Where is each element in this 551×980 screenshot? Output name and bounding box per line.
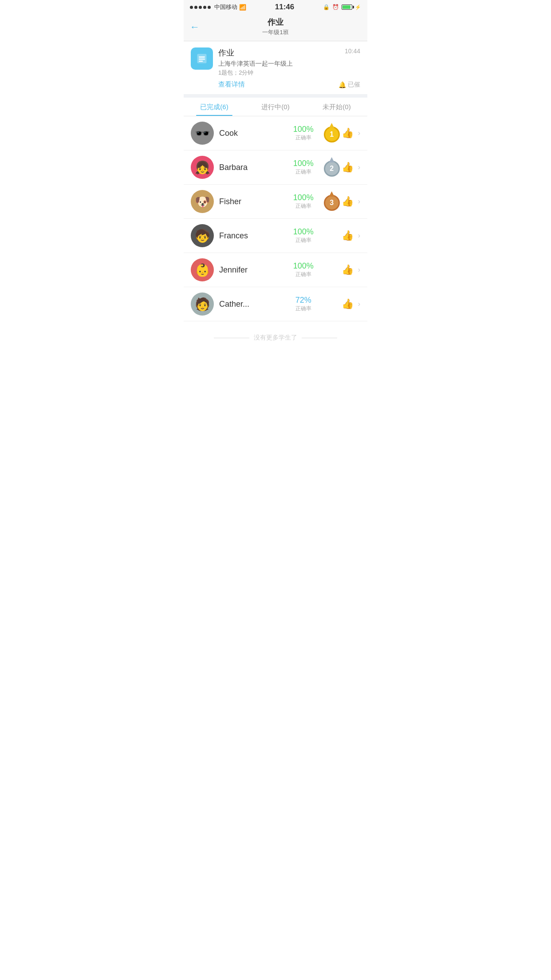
doc-icon <box>196 52 208 65</box>
student-score-jennifer: 100% 正确率 <box>292 261 315 278</box>
score-percent-cook: 100% <box>293 125 314 134</box>
end-line-right <box>302 338 337 338</box>
battery-icon <box>342 4 352 10</box>
thumbs-up-frances[interactable]: 👍 <box>342 230 354 241</box>
score-percent-cather: 72% <box>295 296 311 305</box>
view-details-link[interactable]: 查看详情 <box>218 80 245 89</box>
chevron-fisher: › <box>358 198 360 205</box>
score-percent-frances: 100% <box>293 227 314 237</box>
student-row-barbara[interactable]: 👧 Barbara 100% 正确率 2 👍 › <box>184 150 367 185</box>
back-button[interactable]: ← <box>190 21 200 33</box>
tab-not-started[interactable]: 未开始(0) <box>306 98 367 116</box>
tab-in-progress-label: 进行中(0) <box>261 103 289 111</box>
remind-done-label: 已催 <box>348 81 360 89</box>
student-row-fisher[interactable]: 🐶 Fisher 100% 正确率 3 👍 › <box>184 185 367 219</box>
score-percent-fisher: 100% <box>293 193 314 202</box>
thumbs-up-jennifer[interactable]: 👍 <box>342 264 354 276</box>
medal-fisher: 3 <box>322 191 342 212</box>
avatar-frances: 🧒 <box>191 224 214 247</box>
score-label-fisher: 正确率 <box>295 202 311 210</box>
thumbs-up-cook[interactable]: 👍 <box>342 127 354 139</box>
thumbs-up-cather[interactable]: 👍 <box>342 298 354 310</box>
alarm-icon: ⏰ <box>332 4 339 10</box>
medal-cook: 1 <box>322 123 342 143</box>
row-actions-barbara: 👍 › <box>342 162 360 173</box>
row-actions-jennifer: 👍 › <box>342 264 360 276</box>
tabs-container: 已完成(6) 进行中(0) 未开始(0) <box>184 98 367 116</box>
assignment-card: 作业 10:44 上海牛津英语一起一年级上 1题包；2分钟 查看详情 🔔 已催 <box>184 41 367 98</box>
student-name-jennifer: Jennifer <box>219 265 292 275</box>
tab-not-started-label: 未开始(0) <box>323 103 350 111</box>
thumbs-up-fisher[interactable]: 👍 <box>342 196 354 207</box>
student-name-frances: Frances <box>219 231 292 241</box>
chevron-barbara: › <box>358 163 360 171</box>
score-label-cook: 正确率 <box>295 134 311 142</box>
score-percent-barbara: 100% <box>293 159 314 168</box>
avatar-jennifer: 👶 <box>191 258 214 281</box>
assignment-icon <box>191 47 213 70</box>
end-text: 没有更多学生了 <box>254 334 297 342</box>
score-label-frances: 正确率 <box>295 237 311 244</box>
student-name-barbara: Barbara <box>219 163 292 172</box>
student-row-jennifer[interactable]: 👶 Jennifer 100% 正确率 👍 › <box>184 253 367 287</box>
signal-dots <box>190 6 211 9</box>
student-row-frances[interactable]: 🧒 Frances 100% 正确率 👍 › <box>184 219 367 253</box>
avatar-cook: 🕶️ <box>191 122 214 145</box>
student-list: 🕶️ Cook 100% 正确率 1 👍 › 👧 Barbara 100% 正确… <box>184 116 367 321</box>
score-label-cather: 正确率 <box>295 305 311 312</box>
row-actions-fisher: 👍 › <box>342 196 360 207</box>
assignment-title: 作业 <box>218 47 234 58</box>
page-title: 作业 <box>184 17 367 28</box>
status-bar: 中国移动 📶 11:46 🔒 ⏰ ⚡ <box>184 0 367 13</box>
end-line-left <box>214 338 249 338</box>
student-score-cather: 72% 正确率 <box>292 296 315 312</box>
chevron-jennifer: › <box>358 266 360 274</box>
remind-area: 🔔 已催 <box>338 81 360 89</box>
end-of-list: 没有更多学生了 <box>184 321 367 351</box>
assignment-title-row: 作业 10:44 <box>218 47 360 58</box>
lightning-icon: ⚡ <box>355 4 361 10</box>
score-percent-jennifer: 100% <box>293 261 314 271</box>
assignment-time: 10:44 <box>345 47 360 55</box>
thumbs-up-barbara[interactable]: 👍 <box>342 162 354 173</box>
medal-gold-icon: 1 <box>323 123 340 143</box>
status-time: 11:46 <box>275 3 294 12</box>
status-left: 中国移动 📶 <box>190 3 246 11</box>
student-score-frances: 100% 正确率 <box>292 227 315 244</box>
row-actions-frances: 👍 › <box>342 230 360 241</box>
nav-header: ← 作业 一年级1班 <box>184 13 367 41</box>
student-name-cather: Cather... <box>219 300 292 309</box>
chevron-frances: › <box>358 232 360 240</box>
student-score-barbara: 100% 正确率 <box>292 159 315 176</box>
score-label-jennifer: 正确率 <box>295 271 311 278</box>
assignment-meta: 1题包；2分钟 <box>218 69 360 77</box>
tab-in-progress[interactable]: 进行中(0) <box>245 98 306 116</box>
tab-completed-label: 已完成(6) <box>200 103 228 111</box>
avatar-barbara: 👧 <box>191 156 214 179</box>
avatar-cather: 🧑 <box>191 292 214 316</box>
medal-barbara: 2 <box>322 157 342 178</box>
status-right: 🔒 ⏰ ⚡ <box>323 4 361 10</box>
chevron-cook: › <box>358 129 360 137</box>
row-actions-cather: 👍 › <box>342 298 360 310</box>
row-actions-cook: 👍 › <box>342 127 360 139</box>
student-score-cook: 100% 正确率 <box>292 125 315 142</box>
avatar-fisher: 🐶 <box>191 190 214 213</box>
medal-bronze-icon: 3 <box>323 191 340 212</box>
student-name-fisher: Fisher <box>219 197 292 206</box>
student-score-fisher: 100% 正确率 <box>292 193 315 210</box>
student-row-cather[interactable]: 🧑 Cather... 72% 正确率 👍 › <box>184 287 367 321</box>
score-label-barbara: 正确率 <box>295 168 311 176</box>
bell-icon: 🔔 <box>338 81 346 88</box>
assignment-desc: 上海牛津英语一起一年级上 <box>218 60 360 68</box>
assignment-actions: 查看详情 🔔 已催 <box>218 80 360 89</box>
student-row-cook[interactable]: 🕶️ Cook 100% 正确率 1 👍 › <box>184 116 367 150</box>
tab-completed[interactable]: 已完成(6) <box>184 98 245 116</box>
assignment-info: 作业 10:44 上海牛津英语一起一年级上 1题包；2分钟 查看详情 🔔 已催 <box>218 47 360 89</box>
student-name-cook: Cook <box>219 129 292 138</box>
wifi-icon: 📶 <box>239 4 246 11</box>
chevron-cather: › <box>358 300 360 308</box>
lock-icon: 🔒 <box>323 4 330 10</box>
carrier-name: 中国移动 <box>214 3 237 11</box>
page-subtitle: 一年级1班 <box>184 28 367 36</box>
